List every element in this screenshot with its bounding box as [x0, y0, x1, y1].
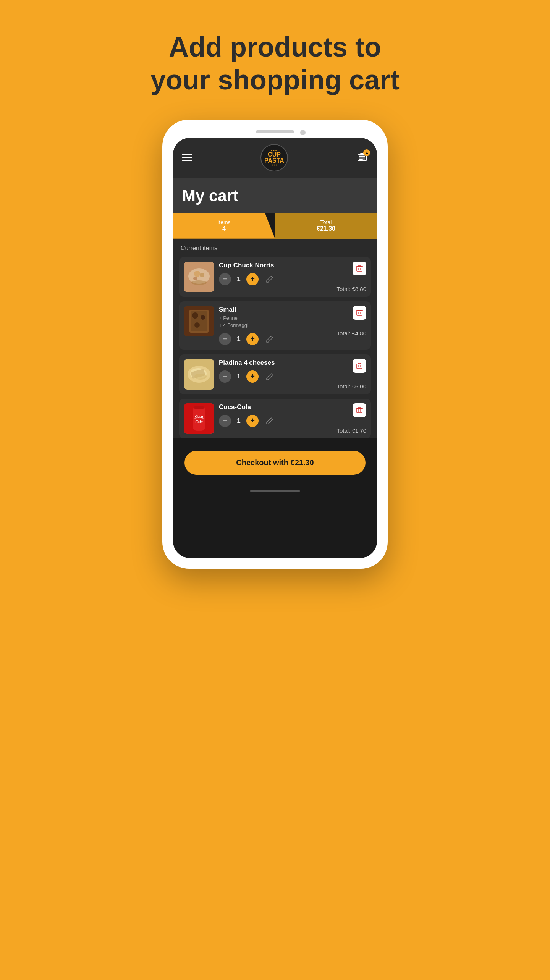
pencil-icon: [265, 372, 274, 381]
item-controls: − 1 +: [219, 415, 332, 427]
total-label: Total: [320, 219, 332, 225]
delete-item-button[interactable]: [353, 359, 366, 373]
edit-item-button[interactable]: [265, 335, 274, 343]
delete-item-button[interactable]: [353, 262, 366, 275]
item-image-piadina: [184, 359, 214, 390]
phone-screen: ●●● CUP PASTA ✦✦✦ 4: [173, 138, 377, 558]
hamburger-menu-button[interactable]: [182, 154, 192, 161]
item-image-chuck-norris: [184, 262, 214, 292]
trash-icon: [356, 406, 363, 414]
cart-title-section: My cart: [173, 178, 377, 213]
edit-item-button[interactable]: [265, 372, 274, 381]
svg-point-7: [194, 271, 200, 277]
cart-item: Cup Chuck Norris − 1 +: [179, 257, 371, 297]
svg-rect-4: [359, 159, 363, 160]
cart-content: Current items: Cup Chuck Norris: [173, 239, 377, 438]
phone-camera: [300, 130, 306, 135]
headline-line1: Add products to: [169, 32, 381, 62]
svg-rect-30: [357, 408, 362, 413]
phone-frame: ●●● CUP PASTA ✦✦✦ 4: [162, 120, 388, 569]
cart-item: Small + Penne + 4 Formaggi − 1 +: [179, 301, 371, 350]
item-controls: − 1 +: [219, 370, 332, 383]
quantity-decrease-button[interactable]: −: [219, 273, 231, 285]
item-details: Coca-Cola − 1 +: [219, 403, 332, 427]
quantity-decrease-button[interactable]: −: [219, 370, 231, 383]
svg-point-8: [200, 273, 204, 277]
cart-item: Piadina 4 cheeses − 1 +: [179, 354, 371, 394]
headline-line2: your shopping cart: [150, 65, 400, 95]
phone-home-bar: [173, 486, 377, 500]
item-controls: − 1 +: [219, 333, 332, 345]
quantity-increase-button[interactable]: +: [246, 273, 259, 285]
item-details: Cup Chuck Norris − 1 +: [219, 262, 332, 285]
quantity-increase-button[interactable]: +: [246, 370, 259, 383]
quantity-increase-button[interactable]: +: [246, 415, 259, 427]
svg-rect-18: [357, 311, 362, 315]
svg-rect-2: [359, 156, 365, 157]
trash-icon: [356, 265, 363, 272]
item-right-section: Total: €1.70: [336, 403, 366, 434]
summary-bar: Items 4 Total €21.30: [173, 213, 377, 239]
item-name: Cup Chuck Norris: [219, 262, 332, 269]
trash-icon: [356, 309, 363, 317]
cart-icon-button[interactable]: 4: [356, 152, 368, 164]
checkout-section: Checkout with €21.30: [173, 443, 377, 486]
quantity-value: 1: [235, 417, 243, 425]
logo-bottom-text: ✦✦✦: [272, 164, 277, 166]
item-right-section: Total: €8.80: [336, 262, 366, 292]
item-total: Total: €8.80: [336, 286, 366, 292]
phone-notch-area: [173, 130, 377, 135]
quantity-value: 1: [235, 335, 243, 343]
item-name: Small: [219, 306, 332, 314]
phone-speaker: [256, 130, 294, 133]
item-right-section: Total: €6.00: [336, 359, 366, 390]
quantity-value: 1: [235, 373, 243, 380]
logo-brand-text: CUP PASTA: [264, 152, 284, 164]
cart-title: My cart: [182, 187, 368, 205]
cart-badge: 4: [363, 149, 370, 156]
item-total: Total: €1.70: [336, 427, 366, 434]
trash-icon: [356, 362, 363, 370]
item-controls: − 1 +: [219, 273, 332, 285]
items-label: Items: [217, 219, 230, 225]
svg-rect-11: [357, 267, 362, 271]
delete-item-button[interactable]: [353, 403, 366, 417]
items-summary: Items 4: [173, 213, 275, 239]
quantity-increase-button[interactable]: +: [246, 333, 259, 345]
svg-point-15: [192, 312, 198, 319]
item-total: Total: €6.00: [336, 383, 366, 390]
items-count: 4: [222, 225, 226, 232]
svg-point-16: [201, 315, 205, 320]
svg-text:Cola: Cola: [195, 420, 202, 424]
svg-rect-3: [359, 158, 365, 158]
item-modifier: + 4 Formaggi: [219, 322, 332, 329]
checkout-button[interactable]: Checkout with €21.30: [184, 451, 366, 475]
delete-item-button[interactable]: [353, 306, 366, 320]
svg-rect-27: [194, 406, 204, 409]
app-logo: ●●● CUP PASTA ✦✦✦: [260, 144, 288, 171]
svg-point-23: [194, 374, 207, 380]
item-details: Small + Penne + 4 Formaggi − 1 +: [219, 306, 332, 345]
svg-point-10: [191, 280, 207, 285]
svg-rect-1: [359, 155, 365, 160]
quantity-value: 1: [235, 275, 243, 283]
pencil-icon: [265, 335, 274, 343]
total-summary: Total €21.30: [275, 213, 377, 239]
pencil-icon: [265, 417, 274, 425]
total-value: €21.30: [317, 225, 335, 232]
svg-point-17: [194, 322, 200, 328]
edit-item-button[interactable]: [265, 417, 274, 425]
item-name: Piadina 4 cheeses: [219, 359, 332, 367]
app-header: ●●● CUP PASTA ✦✦✦ 4: [173, 138, 377, 178]
cart-item: Coca Cola Coca-Cola − 1 +: [179, 399, 371, 438]
svg-point-9: [193, 277, 197, 280]
item-image-small: [184, 306, 214, 336]
item-modifier: + Penne: [219, 314, 332, 322]
headline: Add products to your shopping cart: [150, 31, 400, 97]
item-right-section: Total: €4.80: [336, 306, 366, 336]
quantity-decrease-button[interactable]: −: [219, 333, 231, 345]
edit-item-button[interactable]: [265, 275, 274, 283]
quantity-decrease-button[interactable]: −: [219, 415, 231, 427]
item-details: Piadina 4 cheeses − 1 +: [219, 359, 332, 383]
item-name: Coca-Cola: [219, 403, 332, 411]
